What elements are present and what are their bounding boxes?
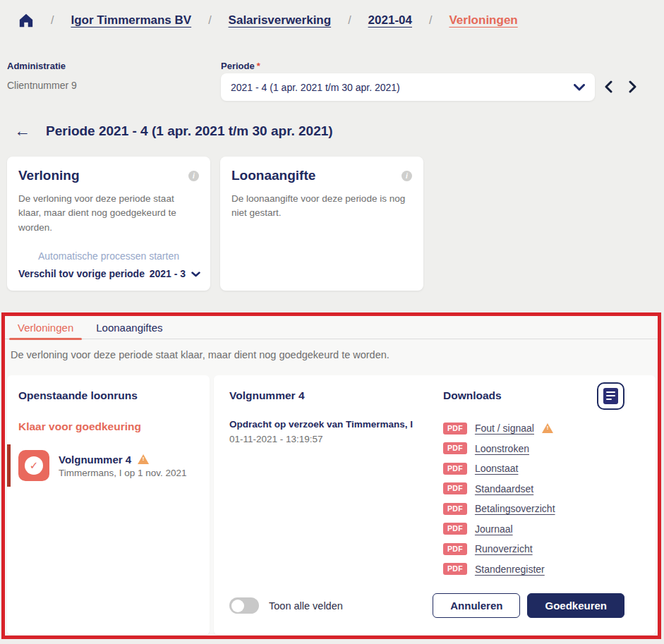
document-icon — [603, 388, 618, 404]
download-row: PDF Betalingsoverzicht — [443, 502, 555, 515]
goedkeuren-button[interactable]: Goedkeuren — [527, 593, 624, 618]
toggle-switch-off[interactable] — [229, 597, 259, 614]
download-link-betalingsoverzicht[interactable]: Betalingsoverzicht — [475, 503, 555, 514]
periode-dropdown-value: 2021 - 4 (1 apr. 2021 t/m 30 apr. 2021) — [231, 82, 400, 93]
breadcrumb-period[interactable]: 2021-04 — [368, 13, 412, 28]
panel-footer: Toon alle velden Annuleren Goedkeuren — [229, 593, 624, 618]
chevron-down-icon — [574, 82, 585, 93]
warning-icon — [542, 423, 553, 433]
document-notes-button[interactable] — [597, 382, 624, 410]
download-link-loonstroken[interactable]: Loonstroken — [475, 443, 529, 454]
administratie-value: Clientnummer 9 — [7, 80, 77, 91]
home-icon[interactable] — [18, 13, 34, 28]
detail-title: Volgnummer 4 — [229, 389, 305, 402]
loonaangifte-card: Loonaangifte i De loonaangifte voor deze… — [220, 157, 423, 291]
automatische-processen-link[interactable]: Automatische processen starten — [18, 250, 199, 262]
pdf-badge: PDF — [443, 482, 467, 494]
verloning-card: Verloning i De verloning voor deze perio… — [7, 157, 210, 291]
toon-alle-velden-toggle[interactable]: Toon alle velden — [229, 597, 343, 614]
download-row: PDF Loonstroken — [443, 442, 555, 455]
loonrun-detail-panel: Volgnummer 4 Opdracht op verzoek van Tim… — [214, 375, 656, 635]
download-row: PDF Loonstaat — [443, 462, 555, 475]
section-description: De verloning voor deze periode staat kla… — [11, 349, 658, 360]
diff-period-value: 2021 - 3 — [150, 268, 186, 279]
breadcrumb-verloningen[interactable]: Verloningen — [449, 13, 517, 28]
pdf-badge: PDF — [443, 503, 467, 515]
download-row: PDF Standenregister — [443, 563, 555, 576]
download-link-loonstaat[interactable]: Loonstaat — [475, 463, 519, 474]
breadcrumb-separator: / — [51, 14, 54, 27]
pdf-badge: PDF — [443, 423, 467, 435]
klaar-voor-goedkeuring-label: Klaar voor goedkeuring — [18, 420, 141, 433]
pdf-badge: PDF — [443, 563, 467, 575]
warning-icon — [138, 454, 149, 464]
verloning-card-body: De verloning voor deze periode staat kla… — [18, 192, 199, 235]
download-row: PDF Journaal — [443, 523, 555, 535]
diff-label: Verschil tov vorige periode — [18, 268, 145, 279]
previous-period-button[interactable] — [599, 78, 617, 96]
breadcrumb-salarisverwerking[interactable]: Salarisverwerking — [229, 13, 332, 28]
loonaangifte-card-title: Loonaangifte — [231, 168, 315, 183]
info-icon[interactable]: i — [188, 171, 199, 181]
loonaangifte-card-body: De loonaangifte voor deze periode is nog… — [231, 192, 412, 221]
download-link-journaal[interactable]: Journaal — [475, 523, 513, 535]
detail-timestamp: 01-11-2021 - 13:19:57 — [229, 434, 323, 444]
download-row: PDF Runoverzicht — [443, 542, 555, 555]
breadcrumb: / Igor Timmermans BV / Salarisverwerking… — [0, 0, 664, 41]
toggle-label: Toon alle velden — [269, 600, 343, 612]
breadcrumb-separator: / — [429, 14, 432, 27]
pdf-badge: PDF — [443, 463, 467, 475]
diff-period-dropdown[interactable]: 2021 - 3 — [150, 268, 200, 279]
page-title: Periode 2021 - 4 (1 apr. 2021 t/m 30 apr… — [46, 123, 333, 139]
pdf-badge: PDF — [443, 442, 467, 454]
tab-verloningen[interactable]: Verloningen — [9, 316, 82, 339]
download-link-runoverzicht[interactable]: Runoverzicht — [475, 543, 533, 554]
loonrun-item-title: Volgnummer 4 — [59, 454, 131, 466]
breadcrumb-separator: / — [208, 14, 211, 27]
tab-bar: Verloningen Loonaangiftes — [5, 316, 658, 339]
download-link-standaardset[interactable]: Standaardset — [475, 483, 533, 494]
download-link-fout-signaal[interactable]: Fout / signaal — [475, 423, 534, 434]
chevron-down-icon — [191, 268, 200, 279]
download-row: PDF Fout / signaal — [443, 422, 555, 435]
info-icon[interactable]: i — [402, 171, 412, 181]
download-link-standenregister[interactable]: Standenregister — [475, 564, 545, 575]
detail-request-line: Opdracht op verzoek van Timmermans, I — [229, 419, 413, 430]
pdf-badge: PDF — [443, 543, 467, 555]
annuleren-button[interactable]: Annuleren — [433, 593, 520, 618]
back-arrow-icon[interactable]: ← — [14, 123, 30, 139]
periode-label: Periode* — [221, 61, 260, 71]
periode-dropdown[interactable]: 2021 - 4 (1 apr. 2021 t/m 30 apr. 2021) — [221, 73, 595, 101]
highlight-box: Verloningen Loonaangiftes De verloning v… — [1, 312, 661, 639]
check-icon: ✓ — [18, 450, 49, 481]
breadcrumb-separator: / — [348, 14, 351, 27]
required-marker: * — [257, 61, 260, 71]
breadcrumb-company[interactable]: Igor Timmermans BV — [71, 13, 191, 28]
administratie-label: Administratie — [7, 61, 66, 71]
downloads-title: Downloads — [443, 389, 502, 402]
openstaande-loonruns-panel: Openstaande loonruns Klaar voor goedkeur… — [7, 375, 210, 635]
loonrun-list-item[interactable]: ✓ Volgnummer 4 Timmermans, I op 1 nov. 2… — [7, 444, 210, 487]
verloning-card-title: Verloning — [18, 168, 80, 183]
tab-loonaangiftes[interactable]: Loonaangiftes — [87, 316, 171, 339]
pdf-badge: PDF — [443, 523, 467, 535]
download-row: PDF Standaardset — [443, 482, 555, 495]
downloads-list: PDF Fout / signaal PDF Loonstroken PDF L… — [443, 422, 555, 576]
loonrun-item-subtitle: Timmermans, I op 1 nov. 2021 — [59, 468, 187, 478]
period-header: ← Periode 2021 - 4 (1 apr. 2021 t/m 30 a… — [14, 123, 333, 139]
next-period-button[interactable] — [624, 78, 642, 96]
loonruns-title: Openstaande loonruns — [18, 389, 138, 402]
